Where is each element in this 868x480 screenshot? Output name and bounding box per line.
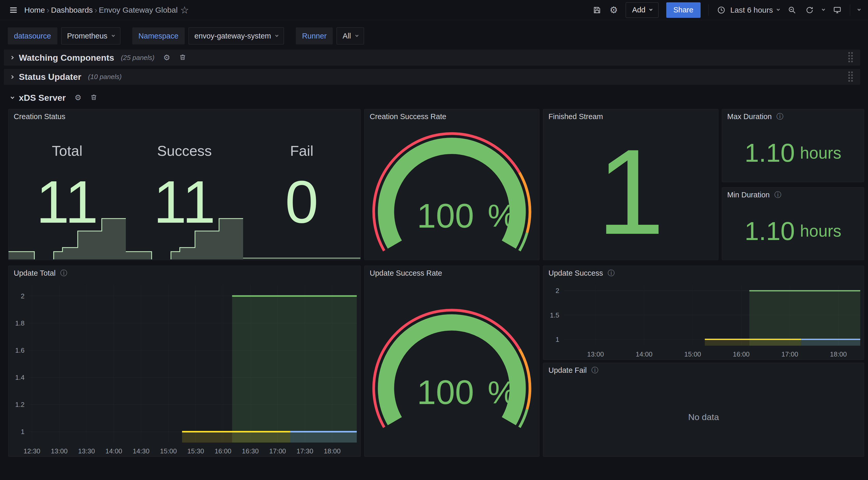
info-icon[interactable]: ⓘ	[774, 191, 781, 199]
variable-namespace-value: envoy-gateway-system	[194, 32, 271, 40]
info-icon[interactable]: ⓘ	[591, 367, 598, 374]
row-title[interactable]: Watching Components	[19, 53, 114, 63]
variable-namespace-select[interactable]: envoy-gateway-system	[189, 27, 284, 44]
panel-title[interactable]: Creation Status	[14, 112, 65, 121]
panel-max-duration: Max Duration ⓘ 1.10 hours	[722, 109, 864, 182]
row-settings-gear-icon[interactable]: ⚙	[74, 94, 82, 101]
variable-datasource-label[interactable]: datasource	[8, 27, 57, 44]
save-dashboard-icon[interactable]	[592, 5, 602, 15]
breadcrumb-current-dashboard[interactable]: Envoy Gateway Global	[99, 6, 178, 14]
svg-text:100: 100	[417, 197, 474, 235]
time-range-label: Last 6 hours	[730, 6, 773, 14]
menu-icon[interactable]	[8, 4, 19, 16]
panel-title[interactable]: Creation Success Rate	[370, 112, 446, 121]
row-title[interactable]: xDS Server	[19, 93, 66, 103]
panel-title[interactable]: Update Total	[14, 269, 56, 277]
panel-title[interactable]: Finished Stream	[549, 112, 603, 121]
variable-runner: Runner All	[296, 27, 364, 44]
gauge-chart[interactable]: 100%	[365, 280, 539, 456]
stat-value: 1	[597, 131, 664, 253]
stat-fail: Fail 0	[243, 124, 361, 260]
variable-namespace-label[interactable]: Namespace	[132, 27, 185, 44]
svg-text:2: 2	[21, 292, 25, 300]
top-nav-bar: Home › Dashboards › Envoy Gateway Global…	[0, 0, 868, 20]
dashboard-settings-icon[interactable]: ⚙	[610, 5, 618, 15]
svg-text:1.8: 1.8	[15, 319, 25, 327]
row-status-updater[interactable]: Status Updater (10 panels)	[4, 69, 860, 85]
chevron-right-icon	[10, 75, 14, 79]
panel-title[interactable]: Update Success	[549, 269, 603, 277]
info-icon[interactable]: ⓘ	[60, 270, 67, 277]
row-xds-server[interactable]: xDS Server ⚙	[4, 90, 104, 105]
toolbar-overflow-chevron-icon[interactable]	[858, 7, 861, 11]
row-watching-components[interactable]: Watching Components (25 panels) ⚙	[4, 50, 860, 66]
svg-text:13:00: 13:00	[51, 447, 68, 455]
breadcrumb-dashboards[interactable]: Dashboards	[51, 6, 93, 14]
row-drag-handle[interactable]	[848, 71, 854, 83]
variable-datasource-select[interactable]: Prometheus	[61, 27, 120, 44]
stat-value: 11	[36, 172, 98, 232]
svg-text:15:30: 15:30	[187, 447, 204, 455]
svg-text:17:00: 17:00	[781, 350, 798, 358]
variable-runner-value: All	[343, 32, 351, 40]
panel-title[interactable]: Min Duration	[727, 191, 770, 199]
row-settings-gear-icon[interactable]: ⚙	[163, 54, 170, 61]
svg-text:16:30: 16:30	[242, 447, 258, 455]
breadcrumb-home[interactable]: Home	[24, 6, 45, 14]
variables-bar: datasource Prometheus Namespace envoy-ga…	[8, 27, 364, 44]
timeseries-chart[interactable]: 13:0014:0015:0016:0017:0018:0011.52	[543, 280, 864, 360]
row-title[interactable]: Status Updater	[19, 72, 82, 82]
kiosk-mode-icon[interactable]	[832, 5, 842, 15]
chevron-down-icon	[355, 34, 359, 37]
chevron-down-icon	[112, 34, 115, 37]
svg-text:14:00: 14:00	[105, 447, 122, 455]
svg-text:13:30: 13:30	[78, 447, 95, 455]
divider	[708, 4, 709, 16]
variable-runner-select[interactable]: All	[337, 27, 364, 44]
stat-label: Success	[157, 142, 212, 159]
svg-text:1.2: 1.2	[15, 401, 25, 409]
panel-update-success-rate: Update Success Rate 100%	[364, 266, 539, 457]
clock-icon	[716, 5, 726, 15]
row-panel-count: (25 panels)	[121, 54, 154, 62]
stat-value: 1.10	[745, 138, 795, 168]
add-button[interactable]: Add	[626, 2, 658, 18]
chevron-down-icon	[649, 7, 653, 11]
share-button[interactable]: Share	[666, 2, 701, 18]
svg-text:16:00: 16:00	[215, 447, 231, 455]
info-icon[interactable]: ⓘ	[776, 113, 783, 120]
zoom-out-time-icon[interactable]	[787, 5, 797, 15]
favorite-star-icon[interactable]: ☆	[180, 5, 189, 15]
chevron-down-icon	[10, 95, 14, 99]
panel-creation-status: Creation Status Total 11 Success 11 Fail…	[8, 109, 361, 260]
chevron-down-icon	[777, 7, 780, 11]
svg-text:16:00: 16:00	[733, 350, 750, 358]
refresh-interval-chevron-icon[interactable]	[822, 7, 825, 11]
row-drag-handle[interactable]	[848, 52, 854, 64]
svg-text:18:00: 18:00	[324, 447, 340, 455]
row-delete-trash-icon[interactable]	[90, 93, 97, 102]
info-icon[interactable]: ⓘ	[608, 270, 615, 277]
svg-text:1: 1	[21, 428, 25, 436]
stat-total: Total 11	[8, 124, 126, 260]
no-data-message: No data	[543, 378, 864, 456]
panel-title[interactable]: Update Fail	[549, 366, 587, 374]
refresh-icon[interactable]	[805, 5, 814, 15]
svg-text:14:30: 14:30	[133, 447, 150, 455]
panel-update-total: Update Total ⓘ 12:3013:0013:3014:0014:30…	[8, 266, 361, 457]
stat-label: Fail	[290, 142, 313, 159]
row-delete-trash-icon[interactable]	[179, 54, 186, 62]
timeseries-chart[interactable]: 12:3013:0013:3014:0014:3015:0015:3016:00…	[8, 280, 361, 456]
panel-title[interactable]: Update Success Rate	[370, 269, 442, 277]
stat-unit: hours	[800, 221, 841, 241]
svg-text:13:00: 13:00	[587, 350, 604, 358]
panel-title[interactable]: Max Duration	[727, 112, 772, 121]
row-panel-count: (10 panels)	[88, 73, 122, 81]
stat-value: 0	[285, 172, 318, 232]
stat-label: Total	[52, 142, 83, 159]
time-range-picker[interactable]: Last 6 hours	[716, 5, 779, 15]
svg-text:15:00: 15:00	[160, 447, 177, 455]
variable-runner-label[interactable]: Runner	[296, 27, 333, 44]
chevron-down-icon	[275, 34, 278, 37]
gauge-chart[interactable]: 100%	[365, 124, 539, 260]
